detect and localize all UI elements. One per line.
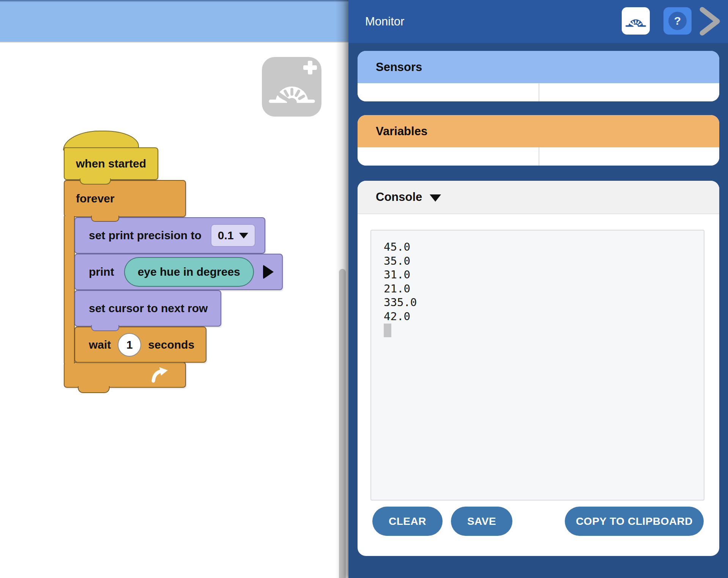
- console-card: Console 45.035.031.021.0335.042.0 CLEAR …: [358, 181, 719, 556]
- console-header[interactable]: Console: [358, 181, 719, 214]
- expand-arrow-icon[interactable]: [263, 265, 274, 279]
- block-label: forever: [76, 192, 115, 205]
- block-label: seconds: [148, 338, 194, 351]
- console-cursor: [384, 324, 391, 337]
- monitor-panel-header: Monitor: [348, 0, 728, 43]
- column-divider: [539, 147, 539, 166]
- sensors-card: Sensors: [358, 51, 719, 101]
- block-label: when started: [76, 157, 146, 170]
- collapse-triangle-icon[interactable]: [430, 194, 441, 202]
- block-print[interactable]: print eye hue in degrees: [74, 254, 283, 290]
- forever-foot-tab: [78, 386, 110, 393]
- console-lines: 45.035.031.021.0335.042.0: [384, 240, 696, 323]
- sensors-header: Sensors: [358, 51, 719, 83]
- save-button[interactable]: SAVE: [451, 507, 512, 536]
- block-wait[interactable]: wait 1 seconds: [74, 327, 206, 363]
- block-when-started[interactable]: when started: [64, 147, 158, 180]
- forever-loop-foot[interactable]: [64, 362, 186, 388]
- plus-icon: [302, 59, 318, 76]
- block-forever[interactable]: forever: [64, 180, 186, 217]
- dropdown-arrow-icon: [239, 233, 248, 238]
- code-canvas[interactable]: when started forever set print precision…: [0, 0, 348, 578]
- help-icon: ?: [668, 12, 687, 30]
- print-argument-oval[interactable]: eye hue in degrees: [124, 257, 254, 287]
- clear-button[interactable]: CLEAR: [372, 507, 443, 536]
- precision-value: 0.1: [218, 229, 234, 242]
- copy-to-clipboard-button[interactable]: COPY TO CLIPBOARD: [565, 507, 704, 536]
- console-line: 21.0: [384, 282, 696, 296]
- precision-dropdown[interactable]: 0.1: [211, 224, 255, 247]
- console-line: 31.0: [384, 268, 696, 282]
- help-button[interactable]: ?: [663, 7, 692, 35]
- console-output: 45.035.031.021.0335.042.0: [370, 230, 704, 501]
- argument-label: eye hue in degrees: [138, 265, 240, 278]
- canvas-header-bar: [0, 0, 348, 43]
- block-label: print: [89, 265, 114, 278]
- notch-bump: [91, 325, 119, 331]
- when-started-tab: [80, 178, 111, 185]
- wait-value: 1: [126, 338, 133, 351]
- column-divider: [539, 83, 539, 101]
- forever-loop-spine: [64, 216, 75, 363]
- console-line: 45.0: [384, 240, 696, 254]
- console-line: 35.0: [384, 254, 696, 268]
- console-line: 335.0: [384, 295, 696, 310]
- canvas-scrollbar[interactable]: [339, 269, 346, 578]
- wait-value-field[interactable]: 1: [118, 333, 141, 357]
- variables-title: Variables: [376, 125, 427, 138]
- app-window: when started forever set print precision…: [0, 0, 728, 578]
- monitor-toggle-button[interactable]: [622, 7, 650, 35]
- panel-title: Monitor: [365, 0, 404, 43]
- gauge-icon: [625, 12, 647, 28]
- variables-table: [358, 147, 719, 166]
- sensors-title: Sensors: [376, 60, 422, 74]
- block-label: wait: [89, 338, 111, 351]
- block-set-cursor[interactable]: set cursor to next row: [74, 290, 221, 327]
- block-set-print-precision[interactable]: set print precision to 0.1: [74, 217, 265, 254]
- variables-header: Variables: [358, 115, 719, 147]
- gauge-palette-icon[interactable]: [262, 57, 321, 117]
- monitor-panel: Monitor: [348, 0, 728, 578]
- header-top-line: [0, 0, 348, 2]
- console-title: Console: [376, 190, 422, 204]
- loop-arrow-icon: [150, 366, 170, 383]
- console-line: 42.0: [384, 310, 696, 324]
- notch-bump: [91, 216, 119, 222]
- block-label: set print precision to: [89, 229, 202, 242]
- block-label: set cursor to next row: [89, 302, 208, 315]
- variables-card: Variables: [358, 115, 719, 166]
- sensors-table: [358, 83, 719, 101]
- chevron-right-icon[interactable]: [698, 6, 722, 36]
